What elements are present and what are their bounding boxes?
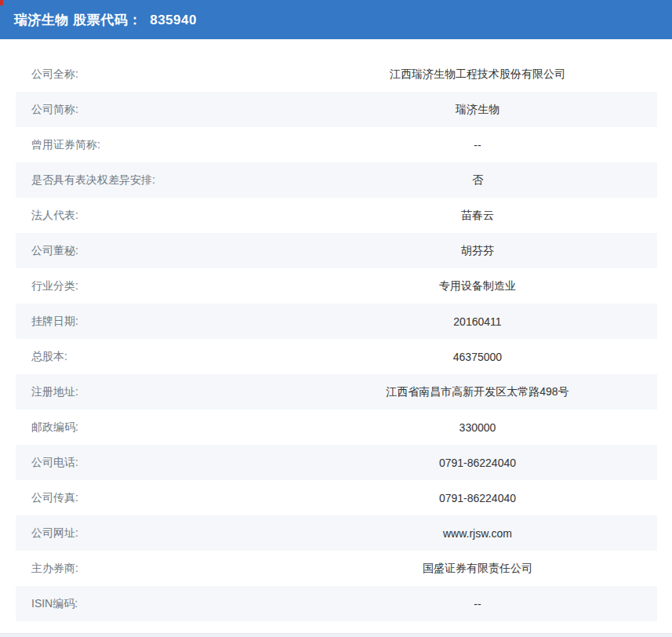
field-value: 46375000 xyxy=(298,351,657,363)
field-value: 苗春云 xyxy=(298,209,657,223)
info-row-legal-representative: 法人代表: 苗春云 xyxy=(16,198,657,233)
field-label: 挂牌日期: xyxy=(16,315,298,329)
company-short-name: 瑞济生物 xyxy=(14,13,69,27)
field-label: 公司董秘: xyxy=(16,244,298,258)
field-label: 曾用证券简称: xyxy=(16,138,298,152)
info-row-isin-code: ISIN编码: -- xyxy=(16,586,657,621)
field-label: 公司网址: xyxy=(16,526,298,541)
page-header: 瑞济生物 股票代码： 835940 xyxy=(0,0,672,39)
field-value: 专用设备制造业 xyxy=(298,279,657,293)
info-row-company-short-name: 公司简称: 瑞济生物 xyxy=(16,92,657,127)
next-section-top-edge xyxy=(0,633,672,637)
field-label: 主办券商: xyxy=(16,562,298,576)
info-row-listing-date: 挂牌日期: 20160411 xyxy=(16,304,657,339)
info-row-board-secretary: 公司董秘: 胡芬芬 xyxy=(16,233,657,268)
info-row-company-phone: 公司电话: 0791-86224040 xyxy=(16,445,657,480)
info-row-registered-address: 注册地址: 江西省南昌市高新开发区太常路498号 xyxy=(16,374,657,410)
field-value: 瑞济生物 xyxy=(298,103,657,117)
company-info-card: 公司全称: 江西瑞济生物工程技术股份有限公司 公司简称: 瑞济生物 曾用证券简称… xyxy=(16,56,657,621)
field-value: -- xyxy=(298,139,657,151)
field-value: www.rjsw.com xyxy=(298,527,657,540)
field-label: 法人代表: xyxy=(16,209,298,223)
info-row-voting-rights-difference: 是否具有表决权差异安排: 否 xyxy=(16,162,657,198)
field-value: 330000 xyxy=(298,421,657,434)
info-row-sponsor-broker: 主办券商: 国盛证券有限责任公司 xyxy=(16,551,657,586)
field-value: -- xyxy=(298,598,657,610)
field-label: 公司简称: xyxy=(16,103,298,117)
field-label: 邮政编码: xyxy=(16,420,298,435)
page-title: 瑞济生物 股票代码： 835940 xyxy=(14,11,197,29)
field-value: 0791-86224040 xyxy=(298,492,657,504)
info-row-industry-classification: 行业分类: 专用设备制造业 xyxy=(16,268,657,304)
info-row-total-shares: 总股本: 46375000 xyxy=(16,339,657,374)
field-label: 公司电话: xyxy=(16,456,298,470)
field-label: 是否具有表决权差异安排: xyxy=(16,173,298,187)
field-value: 国盛证券有限责任公司 xyxy=(298,562,657,576)
info-row-former-security-name: 曾用证券简称: -- xyxy=(16,127,657,162)
info-row-company-fax: 公司传真: 0791-86224040 xyxy=(16,480,657,515)
field-label: ISIN编码: xyxy=(16,597,298,611)
field-value: 0791-86224040 xyxy=(298,457,657,469)
field-value: 江西省南昌市高新开发区太常路498号 xyxy=(298,385,657,399)
info-row-company-website: 公司网址: www.rjsw.com xyxy=(16,515,657,551)
field-value: 江西瑞济生物工程技术股份有限公司 xyxy=(298,67,657,82)
field-label: 公司全称: xyxy=(16,67,298,82)
info-row-company-full-name: 公司全称: 江西瑞济生物工程技术股份有限公司 xyxy=(16,56,657,92)
stock-code-label: 股票代码： xyxy=(69,13,150,27)
field-value: 20160411 xyxy=(298,315,657,328)
field-value: 否 xyxy=(298,173,657,187)
field-label: 公司传真: xyxy=(16,491,298,505)
field-label: 总股本: xyxy=(16,350,298,364)
field-label: 注册地址: xyxy=(16,385,298,399)
field-label: 行业分类: xyxy=(16,279,298,293)
capture-artifact-red-mark xyxy=(0,0,3,5)
stock-code-value: 835940 xyxy=(150,13,197,27)
info-row-postal-code: 邮政编码: 330000 xyxy=(16,410,657,445)
field-value: 胡芬芬 xyxy=(298,244,657,258)
